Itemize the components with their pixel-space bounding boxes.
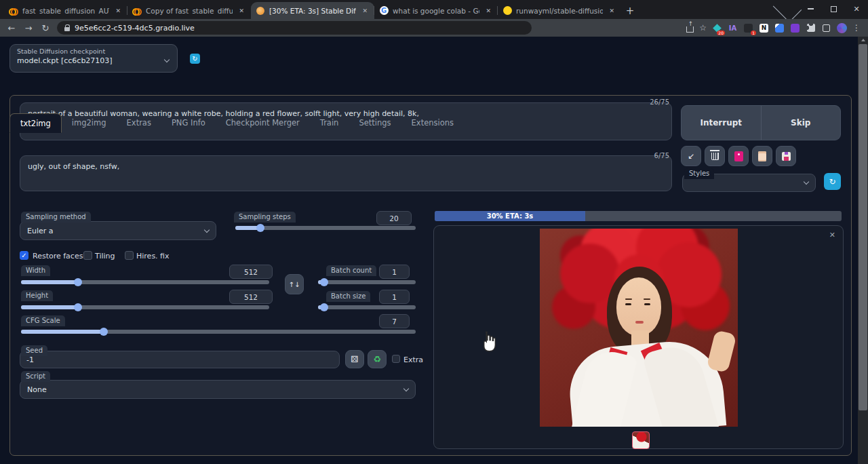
extension-ia-icon[interactable]: IA bbox=[728, 23, 738, 33]
styles-label: Styles bbox=[684, 168, 714, 179]
share-icon[interactable] bbox=[686, 26, 694, 33]
styles-refresh-button[interactable]: ↻ bbox=[824, 173, 841, 190]
extensions-puzzle-icon[interactable] bbox=[806, 23, 816, 33]
trash-icon bbox=[711, 153, 719, 160]
checkpoint-refresh-button[interactable]: ↻ bbox=[190, 54, 200, 64]
generated-image-preview[interactable] bbox=[540, 229, 738, 427]
tab-title: fast_stable_diffusion_AUTOMA bbox=[22, 7, 109, 15]
tab-close-icon[interactable]: ✕ bbox=[113, 7, 123, 15]
slider-thumb[interactable] bbox=[74, 278, 82, 286]
browser-tab-colab-2[interactable]: Copy of fast_stable_diffusion_ ✕ bbox=[127, 2, 251, 19]
interrupt-button[interactable]: Interrupt bbox=[682, 106, 761, 140]
profile-avatar[interactable] bbox=[837, 23, 847, 33]
scrollbar-thumb[interactable] bbox=[859, 44, 867, 410]
browser-tab-huggingface[interactable]: runwayml/stable-diffusion-v1 ✕ bbox=[498, 2, 621, 19]
cfg-scale-label: CFG Scale bbox=[21, 315, 65, 326]
seed-extra-label: Extra bbox=[403, 355, 423, 364]
script-value: None bbox=[27, 385, 47, 394]
negative-prompt-input[interactable]: ugly, out of shape, nsfw, bbox=[20, 155, 672, 191]
browser-tab-stable-diffusion[interactable]: [30% ETA: 3s] Stable Diffusion ✕ bbox=[251, 2, 374, 19]
slider-thumb[interactable] bbox=[74, 303, 82, 311]
sampling-steps-slider[interactable] bbox=[235, 226, 416, 230]
clear-prompt-button[interactable] bbox=[705, 146, 725, 166]
tab-close-icon[interactable]: ✕ bbox=[237, 7, 246, 15]
script-dropdown[interactable]: None bbox=[20, 380, 416, 399]
restore-faces-checkbox[interactable]: ✓ bbox=[20, 251, 28, 260]
url-text[interactable]: 9e5e6cc2-c519-4dc5.gradio.live bbox=[75, 24, 195, 33]
tab-close-icon[interactable]: ✕ bbox=[484, 7, 493, 15]
window-maximize-button[interactable] bbox=[822, 0, 845, 18]
extension-purple-icon[interactable] bbox=[790, 23, 800, 33]
hires-fix-checkbox[interactable] bbox=[125, 251, 134, 260]
slider-thumb[interactable] bbox=[320, 278, 328, 286]
bookmark-star-icon[interactable]: ☆ bbox=[699, 23, 707, 33]
extra-networks-button[interactable] bbox=[728, 146, 749, 166]
slider-thumb[interactable] bbox=[256, 224, 264, 232]
browser-menu-icon[interactable]: ⋮ bbox=[852, 23, 861, 33]
batch-count-value[interactable]: 1 bbox=[379, 265, 410, 279]
tab-img2img[interactable]: img2img bbox=[62, 113, 117, 132]
tab-extras[interactable]: Extras bbox=[117, 113, 161, 132]
browser-toolbar: ← → ↻ 9e5e6cc2-c519-4dc5.gradio.live ☆ 2… bbox=[0, 19, 868, 37]
batch-size-value[interactable]: 1 bbox=[379, 290, 410, 304]
seed-extra-checkbox[interactable] bbox=[392, 355, 400, 363]
window-minimize-button[interactable] bbox=[799, 0, 822, 18]
tiling-checkbox[interactable] bbox=[83, 251, 92, 260]
address-bar[interactable]: 9e5e6cc2-c519-4dc5.gradio.live bbox=[57, 21, 532, 35]
width-slider[interactable] bbox=[21, 280, 269, 284]
sampling-method-dropdown[interactable]: Euler a bbox=[20, 221, 216, 240]
browser-tab-colab-1[interactable]: fast_stable_diffusion_AUTOMA ✕ bbox=[4, 2, 127, 19]
tab-close-icon[interactable]: ✕ bbox=[360, 7, 370, 15]
cfg-scale-value[interactable]: 7 bbox=[379, 314, 410, 328]
skip-button[interactable]: Skip bbox=[761, 106, 841, 140]
tab-txt2img[interactable]: txt2img bbox=[9, 113, 62, 133]
batch-count-slider[interactable] bbox=[318, 280, 416, 284]
extension-notion-icon[interactable]: N bbox=[759, 23, 769, 33]
random-seed-button[interactable]: ⚄ bbox=[345, 350, 364, 368]
tab-extensions[interactable]: Extensions bbox=[401, 113, 464, 132]
extension-blue-icon[interactable] bbox=[774, 23, 785, 33]
tab-train[interactable]: Train bbox=[310, 113, 349, 132]
page-scrollbar[interactable] bbox=[858, 37, 868, 464]
tab-close-icon[interactable]: ✕ bbox=[607, 7, 616, 15]
gallery-close-icon[interactable]: ✕ bbox=[829, 231, 835, 239]
batch-size-slider[interactable] bbox=[318, 305, 416, 309]
save-style-button[interactable] bbox=[776, 146, 796, 166]
cfg-scale-slider[interactable] bbox=[21, 330, 416, 334]
new-tab-button[interactable]: + bbox=[621, 2, 639, 19]
recycle-icon: ♻ bbox=[373, 354, 381, 364]
reuse-seed-button[interactable]: ♻ bbox=[368, 350, 387, 368]
reload-icon[interactable]: ↻ bbox=[40, 23, 51, 33]
height-label: Height bbox=[21, 290, 53, 301]
seed-input[interactable]: -1 bbox=[20, 351, 340, 368]
swap-dimensions-button[interactable]: ↑↓ bbox=[285, 274, 304, 294]
height-slider[interactable] bbox=[21, 305, 269, 309]
browser-tab-google[interactable]: G what is google colab - Google ✕ bbox=[374, 2, 498, 19]
tab-checkpoint-merger[interactable]: Checkpoint Merger bbox=[216, 113, 310, 132]
forward-icon[interactable]: → bbox=[23, 23, 34, 33]
back-icon[interactable]: ← bbox=[6, 23, 17, 33]
browser-tabstrip: fast_stable_diffusion_AUTOMA ✕ Copy of f… bbox=[0, 0, 868, 19]
apply-style-button[interactable] bbox=[752, 146, 772, 166]
tab-search-icon[interactable] bbox=[776, 0, 799, 18]
tab-title: runwayml/stable-diffusion-v1 bbox=[516, 7, 603, 15]
slider-thumb[interactable] bbox=[320, 303, 328, 311]
gallery-thumbnail[interactable] bbox=[632, 431, 650, 449]
slider-thumb[interactable] bbox=[100, 328, 108, 336]
sampling-steps-value[interactable]: 20 bbox=[376, 211, 412, 225]
checkpoint-label: Stable Diffusion checkpoint bbox=[17, 47, 170, 55]
dice-icon: ⚄ bbox=[351, 354, 358, 364]
extension-diamond-icon[interactable]: 20 bbox=[712, 23, 722, 33]
hand-cursor bbox=[479, 330, 498, 353]
width-value[interactable]: 512 bbox=[229, 265, 273, 279]
tab-png-info[interactable]: PNG Info bbox=[161, 113, 216, 132]
read-params-button[interactable]: ↙ bbox=[681, 146, 701, 166]
sidebar-box-icon[interactable] bbox=[821, 23, 831, 33]
height-value[interactable]: 512 bbox=[229, 290, 273, 304]
width-label: Width bbox=[21, 265, 50, 276]
tab-settings[interactable]: Settings bbox=[349, 113, 401, 132]
window-close-button[interactable]: ✕ bbox=[845, 0, 868, 18]
checkpoint-dropdown[interactable]: Stable Diffusion checkpoint model.ckpt [… bbox=[9, 44, 178, 73]
extension-camera-icon[interactable]: 1 bbox=[743, 23, 753, 33]
scrollbar-up-arrow[interactable] bbox=[858, 37, 868, 43]
